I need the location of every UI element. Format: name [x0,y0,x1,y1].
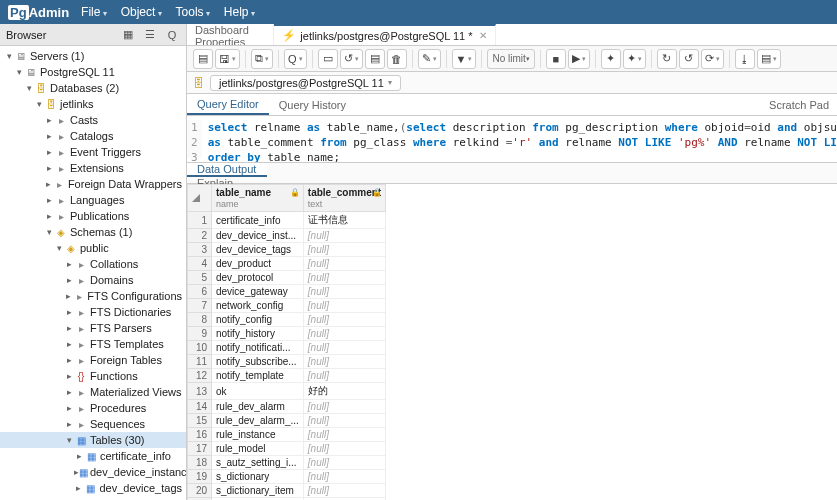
table-row[interactable]: 16rule_instance[null] [188,428,386,442]
tree-twisty[interactable]: ▸ [44,131,54,141]
tree-twisty[interactable]: ▾ [4,51,14,61]
row-number[interactable]: 5 [188,271,212,285]
cell[interactable]: notify_subscribe... [212,355,304,369]
cell[interactable]: certificate_info [212,212,304,229]
row-number[interactable]: 11 [188,355,212,369]
commit-button[interactable]: ↻ [657,49,677,69]
table-row[interactable]: 12notify_template[null] [188,369,386,383]
tree-twisty[interactable]: ▸ [64,371,74,381]
tab-query-editor[interactable]: Query Editor [187,94,269,115]
tree-node[interactable]: ▸▸FTS Templates [0,336,186,352]
tree-twisty[interactable]: ▾ [34,99,44,109]
tree-node[interactable]: ▸{}Functions [0,368,186,384]
connection-select[interactable]: jetlinks/postgres@PostgreSQL 11 [210,75,401,91]
menu-file[interactable]: File [81,5,107,19]
menu-object[interactable]: Object [121,5,162,19]
row-number[interactable]: 6 [188,285,212,299]
cell[interactable]: [null] [303,442,385,456]
cell[interactable]: rule_dev_alarm [212,400,304,414]
tree-node[interactable]: ▾🖥PostgreSQL 11 [0,64,186,80]
row-number[interactable]: 1 [188,212,212,229]
tree-node[interactable]: ▸▸Materialized Views [0,384,186,400]
cell[interactable]: [null] [303,299,385,313]
explain-button[interactable]: ✦ [601,49,621,69]
cell[interactable]: notify_notificati... [212,341,304,355]
column-header[interactable]: table_namename🔒 [212,185,304,212]
table-row[interactable]: 3dev_device_tags[null] [188,243,386,257]
macros-button[interactable]: ▤ [757,49,781,69]
table-row[interactable]: 2dev_device_inst...[null] [188,229,386,243]
cell[interactable]: dev_product [212,257,304,271]
table-row[interactable]: 9notify_history[null] [188,327,386,341]
cell[interactable]: [null] [303,414,385,428]
download-button[interactable]: ⭳ [735,49,755,69]
tree-twisty[interactable]: ▾ [14,67,24,77]
cell[interactable]: [null] [303,484,385,498]
tree-node[interactable]: ▾🖥Servers (1) [0,48,186,64]
row-number[interactable]: 13 [188,383,212,400]
table-row[interactable]: 17rule_model[null] [188,442,386,456]
tree-twisty[interactable]: ▸ [64,355,74,365]
tree-node[interactable]: ▸▸Publications [0,208,186,224]
filter-button[interactable]: ▼ [452,49,477,69]
row-number[interactable]: 10 [188,341,212,355]
tree-twisty[interactable]: ▸ [44,211,54,221]
stop-button[interactable]: ■ [546,49,566,69]
cell[interactable]: ok [212,383,304,400]
row-number[interactable]: 12 [188,369,212,383]
row-number[interactable]: 19 [188,470,212,484]
row-limit-select[interactable]: No limit [487,49,534,69]
tree-twisty[interactable]: ▸ [64,387,74,397]
cell[interactable]: [null] [303,327,385,341]
cell[interactable]: [null] [303,271,385,285]
table-row[interactable]: 1certificate_info证书信息 [188,212,386,229]
tree-twisty[interactable]: ▸ [64,403,74,413]
cell[interactable]: [null] [303,257,385,271]
cell[interactable]: notify_template [212,369,304,383]
tree-node[interactable]: ▸▸Catalogs [0,128,186,144]
row-number[interactable]: 17 [188,442,212,456]
tree-twisty[interactable]: ▾ [24,83,34,93]
tree-twisty[interactable]: ▾ [64,435,74,445]
menu-tools[interactable]: Tools [176,5,210,19]
tree-node[interactable]: ▸▸FTS Configurations [0,288,186,304]
cell[interactable]: [null] [303,341,385,355]
cell[interactable]: s_dictionary [212,470,304,484]
table-row[interactable]: 20s_dictionary_item[null] [188,484,386,498]
tree-node[interactable]: ▸▸Domains [0,272,186,288]
cell[interactable]: s_autz_setting_i... [212,456,304,470]
table-row[interactable]: 7network_config[null] [188,299,386,313]
close-icon[interactable]: ✕ [479,30,487,41]
save-button[interactable]: 🖫 [215,49,240,69]
tree-node[interactable]: ▸▸Languages [0,192,186,208]
execute-button[interactable]: ▶ [568,49,590,69]
cell[interactable]: network_config [212,299,304,313]
tree-twisty[interactable]: ▸ [64,419,74,429]
cell[interactable]: [null] [303,355,385,369]
tree-node[interactable]: ▾◈public [0,240,186,256]
table-row[interactable]: 10notify_notificati...[null] [188,341,386,355]
table-row[interactable]: 6device_gateway[null] [188,285,386,299]
tree-node[interactable]: ▸▦dev_product [0,496,186,500]
tree-node[interactable]: ▾▦Tables (30) [0,432,186,448]
cell[interactable]: s_dictionary_item [212,484,304,498]
row-number[interactable]: 7 [188,299,212,313]
tree-twisty[interactable]: ▸ [64,291,73,301]
row-number[interactable]: 2 [188,229,212,243]
auto-commit-button[interactable]: ⟳ [701,49,724,69]
cell[interactable]: rule_instance [212,428,304,442]
open-file-button[interactable]: ▤ [193,49,213,69]
browser-tree-icon[interactable]: ☰ [142,27,158,43]
rollback-button[interactable]: ↺ [679,49,699,69]
tree-twisty[interactable]: ▸ [44,195,54,205]
row-number[interactable]: 3 [188,243,212,257]
tree-node[interactable]: ▸▦certificate_info [0,448,186,464]
table-row[interactable]: 19s_dictionary[null] [188,470,386,484]
table-row[interactable]: 5dev_protocol[null] [188,271,386,285]
table-row[interactable]: 11notify_subscribe...[null] [188,355,386,369]
tree-twisty[interactable]: ▾ [54,243,64,253]
tree-twisty[interactable]: ▾ [44,227,54,237]
tree-twisty[interactable]: ▸ [44,179,53,189]
cell[interactable]: notify_history [212,327,304,341]
results-grid[interactable]: table_namename🔒table_commenttext🔒1certif… [187,184,837,500]
